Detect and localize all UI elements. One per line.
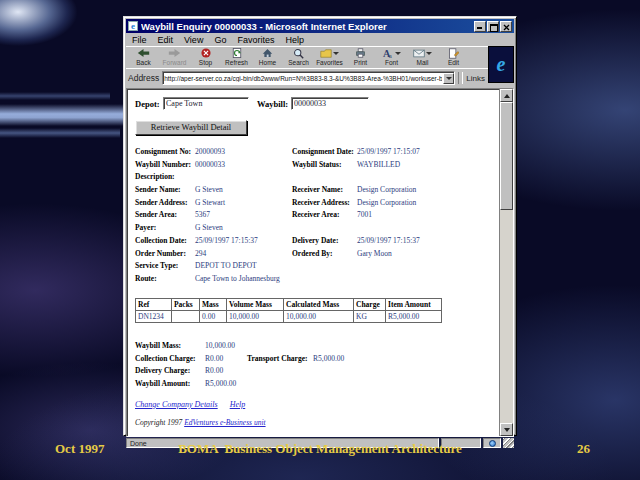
maximize-button[interactable] [487,21,499,32]
home-button[interactable]: Home [252,48,283,66]
maximize-icon [490,24,498,32]
field-label: Consignment Date: [292,147,354,156]
table-cell: DN1234 [136,311,172,323]
svg-text:a: a [389,52,392,59]
table-header-cell: Mass [200,299,227,311]
field-value: G Steven [195,223,223,232]
address-label: Address [128,73,159,83]
print-button[interactable]: Print [345,48,376,66]
toolbar-label: Print [354,59,367,66]
table-header-cell: Packs [172,299,200,311]
menu-item-edit[interactable]: Edit [158,35,174,45]
scrollbar-thumb[interactable] [500,102,513,210]
triangle-down-icon [504,428,510,432]
address-dropdown-button[interactable] [443,73,454,84]
minimize-icon [477,27,482,29]
address-input[interactable] [163,73,443,83]
table-header-cell: Volume Mass [227,299,284,311]
menu-item-favorites[interactable]: Favorites [237,35,274,45]
field-value: Cape Town to Johannesburg [195,274,280,283]
menu-item-file[interactable]: File [132,35,147,45]
refresh-icon [232,48,242,58]
items-table: Ref Packs Mass Volume Mass Calculated Ma… [135,298,442,323]
field-value: 5367 [195,210,210,219]
table-cell: KG [354,311,386,323]
ie-logo: e [488,46,514,83]
waybill-label: Waybill: [257,99,288,109]
field-label: Order Number: [135,249,186,258]
font-icon: Aa [382,48,401,58]
waybill-field [291,97,369,110]
detail-row: Collection Date:25/09/1997 17:15:37 Deli… [135,236,505,249]
detail-row: Sender Name:G Steven Receiver Name:Desig… [135,185,505,198]
mail-icon [413,48,432,58]
waybill-totals: Waybill Mass:10,000.00 Collection Charge… [135,341,505,392]
scroll-up-button[interactable] [500,89,513,102]
retrieve-waybill-button[interactable]: Retrieve Waybill Detail [135,120,247,135]
toolbar-label: Home [259,59,276,66]
table-header-row: Ref Packs Mass Volume Mass Calculated Ma… [136,299,442,311]
links-label[interactable]: Links [466,74,486,83]
table-header-cell: Ref [136,299,172,311]
totals-row: Collection Charge:R0.00 Transport Charge… [135,354,505,367]
mail-button[interactable]: Mail [407,48,438,66]
toolbar-divider [458,72,463,84]
address-field [162,71,455,85]
slide-background: e Waybill Enquiry 00000033 - Microsoft I… [0,0,640,480]
total-label: Delivery Charge: [135,366,190,375]
menu-item-go[interactable]: Go [214,35,226,45]
field-label: Sender Name: [135,185,180,194]
field-label: Consignment No: [135,147,191,156]
change-company-details-link[interactable]: Change Company Details [135,400,218,409]
depot-label: Depot: [135,99,160,109]
copyright-text: Copyright 1997 [135,418,184,427]
edit-button[interactable]: Edit [438,48,469,66]
vertical-scrollbar[interactable] [499,89,513,436]
search-button[interactable]: Search [283,48,314,66]
chevron-down-icon [446,77,452,80]
back-button[interactable]: Back [128,48,159,66]
browser-content: Depot: Waybill: Retrieve Waybill Detail … [126,88,514,437]
menu-item-view[interactable]: View [184,35,203,45]
field-value: Design Corporation [357,185,416,194]
copyright-link[interactable]: EdVentures e-Business unit [184,418,265,427]
field-label: Receiver Name: [292,185,343,194]
font-button[interactable]: Aa Font [376,48,407,66]
footer-page-number: 26 [577,441,590,457]
depot-input[interactable] [164,98,248,109]
detail-row: Route:Cape Town to Johannesburg [135,274,505,287]
slide-footer: Oct 1997 BOMA Business Object Management… [0,440,640,460]
browser-window: e Waybill Enquiry 00000033 - Microsoft I… [123,16,517,436]
field-value: 25/09/1997 17:15:37 [195,236,258,245]
toolbar-label: Mail [417,59,429,66]
field-value: DEPOT TO DEPOT [195,261,257,270]
field-value: 25/09/1997 17:15:37 [357,236,420,245]
total-value: R0.00 [205,366,223,375]
field-value: G Steven [195,185,223,194]
close-icon [502,23,511,32]
waybill-input[interactable] [292,98,368,109]
stop-button[interactable]: Stop [190,48,221,66]
field-value: WAYBILLED [357,160,400,169]
field-label: Route: [135,274,157,283]
field-label: Receiver Area: [292,210,339,219]
menu-item-help[interactable]: Help [285,35,304,45]
minimize-button[interactable] [474,21,486,32]
field-value: 294 [195,249,206,258]
total-value: R0.00 [205,354,223,363]
refresh-button[interactable]: Refresh [221,48,252,66]
close-button[interactable] [500,21,512,32]
title-bar[interactable]: e Waybill Enquiry 00000033 - Microsoft I… [126,19,514,33]
detail-row: Payer:G Steven [135,223,505,236]
toolbar-label: Favorites [316,59,343,66]
back-arrow-icon [137,48,150,58]
forward-button[interactable]: Forward [159,48,190,66]
scroll-down-button[interactable] [500,423,513,436]
total-value: 10,000.00 [205,341,235,350]
favorites-button[interactable]: Favorites [314,48,345,66]
favorites-folder-icon [320,48,339,58]
help-link[interactable]: Help [230,400,246,409]
table-header-cell: Item Amount [386,299,442,311]
field-label: Receiver Address: [292,198,350,207]
address-bar: Address Links [126,68,488,87]
